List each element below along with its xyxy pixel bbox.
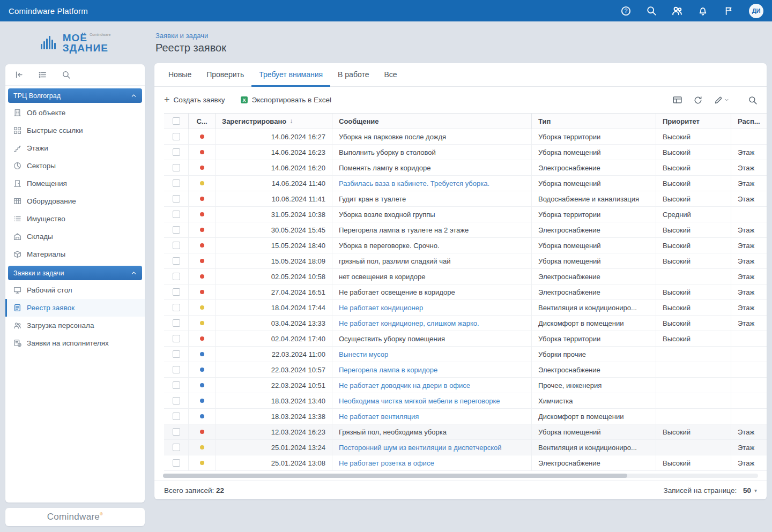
tab[interactable]: Новые: [161, 70, 199, 87]
cell-message[interactable]: Посторонний шум из вентиляции в диспетче…: [339, 444, 502, 452]
row-checkbox[interactable]: [173, 304, 180, 311]
sidebar-item[interactable]: Заявки на исполнителях: [5, 334, 145, 352]
table-row[interactable]: 12.03.2024 16:23 Грязный пол, необходима…: [164, 424, 767, 440]
table-row[interactable]: 14.06.2024 11:40 Разбилась ваза в кабине…: [164, 176, 767, 191]
table-row[interactable]: 14.06.2024 16:23 Выполнить уборку в стол…: [164, 145, 767, 160]
table-row[interactable]: 25.01.2024 13:08 Не работает розетка в о…: [164, 455, 767, 471]
table-row[interactable]: 10.06.2024 11:41 Гудит кран в туалете Во…: [164, 191, 767, 207]
cell-message[interactable]: Выполнить уборку в столовой: [339, 148, 436, 156]
table-search-icon[interactable]: [748, 96, 757, 104]
column-header-message[interactable]: Сообщение: [332, 114, 532, 129]
scrollbar-track[interactable]: [163, 474, 758, 478]
cell-message[interactable]: Не работает вентиляция: [339, 413, 419, 421]
table-row[interactable]: 31.05.2024 10:38 Уборка возле входной гр…: [164, 207, 767, 222]
column-header-status[interactable]: С...: [189, 114, 216, 129]
export-excel-button[interactable]: X Экспортировать в Excel: [240, 96, 331, 104]
table-row[interactable]: 18.03.2024 13:40 Необходима чистка мягко…: [164, 393, 767, 409]
cell-message[interactable]: Не работает розетка в офисе: [339, 459, 434, 467]
table-row[interactable]: 18.03.2024 13:38 Не работает вентиляция …: [164, 409, 767, 424]
sidebar-search-icon[interactable]: [61, 70, 71, 80]
row-checkbox[interactable]: [173, 211, 180, 218]
sidebar-group-header[interactable]: Заявки и задачи: [8, 266, 142, 280]
row-checkbox[interactable]: [173, 319, 180, 327]
per-page-dropdown[interactable]: Записей на странице: 50 ▾: [664, 486, 757, 494]
sidebar-item[interactable]: Секторы: [5, 157, 145, 175]
row-checkbox[interactable]: [173, 381, 180, 389]
scrollbar-thumb[interactable]: [163, 474, 627, 478]
cell-message[interactable]: Перегорела лампа в туалете на 2 этаже: [339, 226, 469, 234]
cell-message[interactable]: Уборка в переговорке. Срочно.: [339, 242, 440, 250]
row-checkbox[interactable]: [173, 133, 180, 140]
table-row[interactable]: 03.04.2024 13:33 Не работает кондиционер…: [164, 316, 767, 331]
sidebar-item[interactable]: Быстрые ссылки: [5, 122, 145, 139]
table-row[interactable]: 22.03.2024 10:57 Перегорела лампа в кори…: [164, 362, 767, 378]
flag-icon[interactable]: [723, 5, 734, 16]
row-checkbox[interactable]: [173, 257, 180, 265]
cell-message[interactable]: грязный пол, разлили сладкий чай: [339, 257, 450, 265]
row-checkbox[interactable]: [173, 350, 180, 358]
tab[interactable]: Проверить: [199, 70, 251, 87]
cell-message[interactable]: Не работает кондиционер: [339, 304, 423, 312]
cell-message[interactable]: Перегорела лампа в коридоре: [339, 366, 437, 374]
sidebar-item[interactable]: Реестр заявок: [5, 299, 145, 317]
table-row[interactable]: 18.04.2024 17:44 Не работает кондиционер…: [164, 300, 767, 316]
avatar[interactable]: ДИ: [749, 4, 763, 18]
row-checkbox[interactable]: [173, 195, 180, 203]
users-icon[interactable]: [672, 5, 682, 16]
row-checkbox[interactable]: [173, 148, 180, 156]
sidebar-item[interactable]: Помещения: [5, 175, 145, 192]
cell-message[interactable]: Разбилась ваза в кабинете. Требуется убо…: [339, 179, 489, 188]
column-header-location[interactable]: Расп...: [731, 114, 767, 129]
notifications-icon[interactable]: [697, 5, 708, 16]
table-row[interactable]: 15.05.2024 18:09 грязный пол, разлили сл…: [164, 253, 767, 269]
help-icon[interactable]: ?: [620, 5, 631, 16]
create-request-button[interactable]: + Создать заявку: [164, 96, 225, 104]
cell-message[interactable]: Гудит кран в туалете: [339, 195, 406, 203]
sidebar-item[interactable]: Имущество: [5, 210, 145, 228]
sidebar-item[interactable]: Оборудование: [5, 192, 145, 210]
row-checkbox[interactable]: [173, 397, 180, 404]
row-checkbox[interactable]: [173, 335, 180, 342]
row-checkbox[interactable]: [173, 242, 180, 249]
sidebar-item[interactable]: Рабочий стол: [5, 281, 145, 299]
table-row[interactable]: 02.05.2024 10:58 нет освещения в коридор…: [164, 269, 767, 284]
table-row[interactable]: 14.06.2024 16:27 Уборка на парковке посл…: [164, 129, 767, 145]
sidebar-item[interactable]: Этажи: [5, 139, 145, 157]
table-row[interactable]: 30.05.2024 15:45 Перегорела лампа в туал…: [164, 222, 767, 238]
tab[interactable]: Требует внимания: [251, 70, 330, 87]
sidebar-item[interactable]: Загрузка персонала: [5, 317, 145, 334]
columns-settings-icon[interactable]: [673, 95, 682, 104]
cell-message[interactable]: Уборка на парковке после дождя: [339, 133, 446, 141]
cell-message[interactable]: Уборка возле входной группы: [339, 211, 435, 219]
row-checkbox[interactable]: [173, 413, 180, 420]
cell-message[interactable]: Не работает кондиционер, слишком жарко.: [339, 319, 479, 327]
row-checkbox[interactable]: [173, 288, 180, 296]
row-checkbox[interactable]: [173, 179, 180, 187]
tab[interactable]: Все: [376, 70, 404, 87]
edit-icon[interactable]: [714, 96, 729, 104]
table-row[interactable]: 27.04.2024 16:51 Не работает освещение в…: [164, 284, 767, 300]
column-header-type[interactable]: Тип: [532, 114, 656, 129]
tab[interactable]: В работе: [330, 70, 376, 87]
row-checkbox[interactable]: [173, 164, 180, 171]
breadcrumb[interactable]: Заявки и задачи: [155, 32, 208, 40]
cell-message[interactable]: Не работает освещение в коридоре: [339, 288, 455, 296]
select-all-checkbox[interactable]: [173, 117, 180, 125]
cell-message[interactable]: Необходима чистка мягкой мебели в перего…: [339, 397, 500, 405]
table-row[interactable]: 25.01.2024 13:24 Посторонний шум из вент…: [164, 440, 767, 455]
column-header-registered[interactable]: Зарегистрировано↓: [216, 114, 332, 129]
cell-message[interactable]: Поменять лампу в коридоре: [339, 164, 431, 172]
row-checkbox[interactable]: [173, 444, 180, 451]
sidebar-item[interactable]: Склады: [5, 228, 145, 245]
cell-message[interactable]: Не работает доводчик на двери в офисе: [339, 381, 470, 389]
collapse-sidebar-icon[interactable]: [14, 70, 24, 80]
sidebar-item[interactable]: Материалы: [5, 245, 145, 263]
row-checkbox[interactable]: [173, 273, 180, 280]
table-row[interactable]: 14.06.2024 16:20 Поменять лампу в коридо…: [164, 160, 767, 176]
cell-message[interactable]: нет освещения в коридоре: [339, 273, 425, 281]
search-icon[interactable]: [646, 5, 657, 16]
refresh-icon[interactable]: [694, 96, 702, 104]
cell-message[interactable]: Осуществить уборку помещения: [339, 335, 445, 343]
table-row[interactable]: 22.03.2024 10:51 Не работает доводчик на…: [164, 378, 767, 393]
column-header-priority[interactable]: Приоритет: [656, 114, 731, 129]
